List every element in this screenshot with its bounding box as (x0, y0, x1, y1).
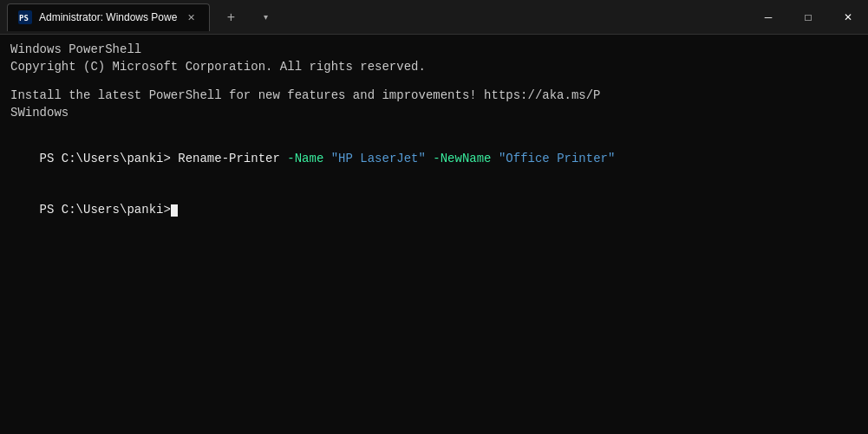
window-controls: ─ □ ✕ (748, 0, 868, 35)
terminal-line-2: Copyright (C) Microsoft Corporation. All… (10, 59, 858, 76)
command-space (171, 152, 178, 165)
powershell-icon: PS (18, 10, 32, 24)
terminal-command-line: PS C:\Users\panki> Rename-Printer -Name … (10, 133, 858, 185)
svg-text:PS: PS (19, 14, 29, 23)
title-bar-left: PS Administrator: Windows Powe ✕ + ▾ (0, 3, 748, 31)
spacer-1 (10, 75, 858, 87)
terminal-prompt-2-line: PS C:\Users\panki> (10, 185, 858, 236)
terminal-line-1: Windows PowerShell (10, 42, 858, 59)
new-tab-button[interactable]: + (217, 3, 245, 31)
cmd-string-hp: "HP LaserJet" (331, 152, 426, 165)
terminal-line-4: SWindows (10, 105, 858, 122)
spacer-2 (10, 121, 858, 133)
title-bar: PS Administrator: Windows Powe ✕ + ▾ ─ □… (0, 0, 868, 35)
active-tab[interactable]: PS Administrator: Windows Powe ✕ (7, 3, 210, 31)
close-button[interactable]: ✕ (828, 0, 868, 35)
prompt-1: PS C:\Users\panki> (40, 152, 171, 165)
cmd-param-name: -Name (280, 152, 331, 165)
cmd-string-office: "Office Printer" (499, 152, 615, 165)
maximize-button[interactable]: □ (788, 0, 828, 35)
cmd-rename-printer: Rename-Printer (178, 152, 280, 165)
minimize-button[interactable]: ─ (748, 0, 788, 35)
prompt-2: PS C:\Users\panki> (40, 203, 171, 217)
cursor (171, 204, 178, 217)
tab-title: Administrator: Windows Powe (39, 11, 177, 23)
tab-close-button[interactable]: ✕ (184, 10, 199, 25)
cmd-param-newname: -NewName (426, 152, 499, 165)
terminal-line-3: Install the latest PowerShell for new fe… (10, 87, 858, 105)
text-install: Install the latest PowerShell for new fe… (10, 88, 601, 102)
tab-dropdown-button[interactable]: ▾ (251, 3, 279, 31)
terminal-window: Windows PowerShell Copyright (C) Microso… (0, 35, 868, 434)
